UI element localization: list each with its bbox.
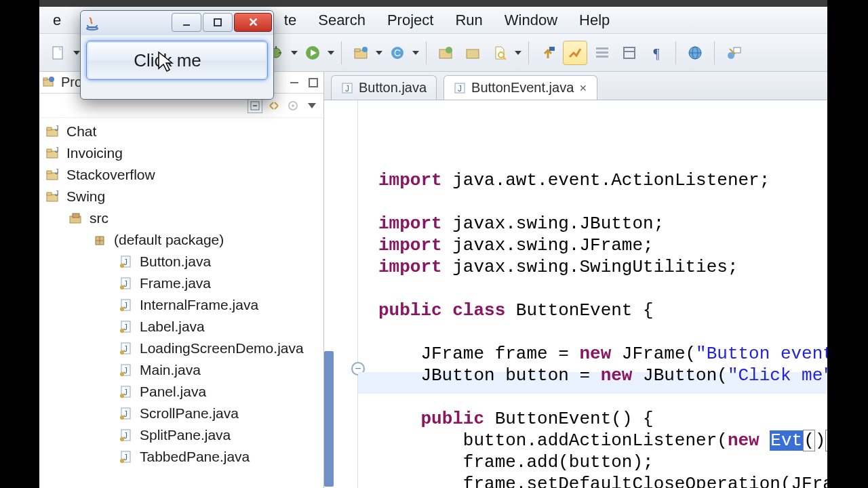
svg-point-40 <box>292 104 294 107</box>
swing-window[interactable]: ✕ Click me <box>80 10 274 100</box>
java-file-item[interactable]: JTabbedPane.java <box>45 446 321 468</box>
svg-point-15 <box>446 47 452 54</box>
java-file-item[interactable]: JPanel.java <box>45 381 321 403</box>
svg-text:¶: ¶ <box>653 46 659 61</box>
svg-point-66 <box>120 307 124 311</box>
menu-run[interactable]: Run <box>455 12 482 29</box>
java-file-icon: J <box>118 340 134 357</box>
project-tree[interactable]: JChat JInvoicing JStackoverflow JSwing s… <box>39 118 323 470</box>
svg-rect-30 <box>734 47 741 53</box>
svg-point-75 <box>120 372 124 376</box>
java-file-icon: J <box>118 449 134 465</box>
dropdown-icon[interactable] <box>290 51 299 55</box>
svg-point-72 <box>120 350 124 354</box>
dropdown-icon[interactable] <box>374 51 384 55</box>
java-file-icon: J <box>118 297 134 313</box>
svg-rect-20 <box>596 47 608 49</box>
svg-rect-21 <box>596 52 608 54</box>
svg-point-69 <box>120 329 124 333</box>
java-file-item[interactable]: JSplitPane.java <box>45 424 321 446</box>
new-button[interactable] <box>46 41 71 65</box>
project-item[interactable]: JInvoicing <box>45 142 321 164</box>
editor-gutter[interactable]: − <box>324 100 358 488</box>
menu-help[interactable]: Help <box>579 12 610 29</box>
run-button[interactable] <box>300 41 325 65</box>
pin-button[interactable]: ¶ <box>644 41 669 65</box>
menu-navigate[interactable]: te <box>284 12 296 29</box>
java-file-icon: J <box>118 275 134 291</box>
svg-rect-36 <box>309 79 317 87</box>
dropdown-icon[interactable] <box>326 51 336 55</box>
minimize-view-icon[interactable] <box>287 75 302 90</box>
java-file-item[interactable]: JInternalFrame.java <box>45 294 321 316</box>
open-type-button[interactable] <box>433 41 458 65</box>
svg-rect-94 <box>214 19 221 26</box>
svg-rect-19 <box>549 47 555 51</box>
package-folder-icon <box>68 210 84 226</box>
svg-rect-10 <box>355 49 360 52</box>
svg-rect-33 <box>43 78 47 80</box>
svg-text:C: C <box>394 47 401 58</box>
project-item[interactable]: JStackoverflow <box>45 164 321 186</box>
project-item[interactable]: JSwing <box>45 186 321 207</box>
tab-label: ButtonEvent.java <box>471 80 574 96</box>
new-class-button[interactable]: C <box>385 41 410 65</box>
editor-tab[interactable]: J ButtonEvent.java ✕ <box>443 75 597 100</box>
menu-window[interactable]: Window <box>505 12 557 29</box>
java-file-item[interactable]: JLoadingScreenDemo.java <box>45 338 321 359</box>
collapse-all-icon[interactable] <box>248 98 262 113</box>
svg-text:J: J <box>55 189 59 197</box>
menu-file[interactable]: e <box>53 12 61 29</box>
maximize-button[interactable] <box>203 13 233 32</box>
swing-titlebar[interactable]: ✕ <box>81 11 273 35</box>
svg-point-11 <box>362 47 368 52</box>
link-editor-icon[interactable] <box>267 98 281 113</box>
new-package-button[interactable] <box>349 41 373 65</box>
java-file-item[interactable]: JMain.java <box>45 359 321 381</box>
svg-text:J: J <box>345 84 349 94</box>
svg-point-63 <box>120 285 124 289</box>
code-editor[interactable]: − import java.awt.event.ActionListener; … <box>324 100 827 488</box>
svg-point-34 <box>49 77 54 82</box>
toggle-block-button[interactable] <box>617 41 642 65</box>
open-task-button[interactable] <box>460 41 485 65</box>
svg-rect-48 <box>47 171 52 174</box>
close-button[interactable]: ✕ <box>234 13 272 32</box>
java-app-icon <box>81 11 104 35</box>
java-file-item[interactable]: JFrame.java <box>45 272 321 294</box>
svg-rect-45 <box>47 149 52 152</box>
java-file-icon: J <box>118 427 134 443</box>
toggle-mark-button[interactable] <box>563 41 587 65</box>
java-file-item[interactable]: JButton.java <box>45 251 321 272</box>
toggle-breadcrumb-button[interactable] <box>590 41 614 65</box>
prev-annotation-button[interactable] <box>536 41 560 65</box>
focus-task-icon[interactable] <box>285 98 300 113</box>
editor-tab[interactable]: J Button.java <box>331 75 437 100</box>
dropdown-icon[interactable] <box>411 51 420 55</box>
svg-rect-16 <box>467 49 479 58</box>
help-button[interactable] <box>722 41 746 65</box>
java-file-item[interactable]: JLabel.java <box>45 316 321 338</box>
click-me-button[interactable]: Click me <box>86 41 268 80</box>
change-marker <box>324 351 334 487</box>
java-file-icon: J <box>341 82 353 94</box>
package-item[interactable]: (default package) <box>45 229 321 251</box>
menu-project[interactable]: Project <box>387 12 433 29</box>
svg-rect-35 <box>290 82 298 83</box>
project-item[interactable]: JChat <box>45 121 321 142</box>
close-tab-icon[interactable]: ✕ <box>579 83 587 94</box>
java-file-item[interactable]: JScrollPane.java <box>45 403 321 424</box>
menu-search[interactable]: Search <box>318 12 366 29</box>
svg-point-81 <box>120 415 124 420</box>
maximize-view-icon[interactable] <box>306 75 321 90</box>
source-folder[interactable]: src <box>45 207 321 229</box>
code-content[interactable]: import java.awt.event.ActionListener; im… <box>378 169 827 488</box>
web-browser-button[interactable] <box>683 41 707 65</box>
java-file-icon: J <box>118 362 134 378</box>
search-button[interactable] <box>488 41 512 65</box>
view-menu-icon[interactable] <box>304 98 319 113</box>
minimize-button[interactable] <box>172 13 201 32</box>
java-file-icon: J <box>118 253 134 270</box>
dropdown-icon[interactable] <box>513 51 523 55</box>
svg-rect-0 <box>53 47 62 59</box>
